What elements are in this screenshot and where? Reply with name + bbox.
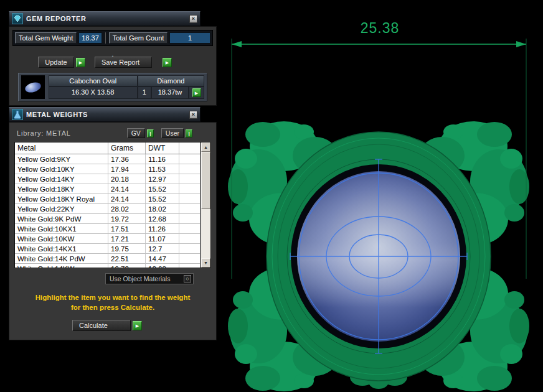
close-icon[interactable]: ×	[189, 15, 197, 23]
cell-metal: Yellow Gold:10KY	[15, 164, 108, 174]
cell-extra	[179, 254, 201, 264]
cell-metal: White Gold:14K PdW	[15, 254, 108, 264]
gem-reporter-actions: Update ▶ Save Report ▶	[38, 57, 216, 68]
cell-grams: 24.14	[108, 194, 146, 204]
cell-metal: White Gold:10KW	[15, 234, 108, 244]
save-report-run-icon[interactable]: ▶	[163, 58, 172, 67]
cell-grams: 19.72	[108, 214, 146, 224]
gem-reporter-icon	[12, 13, 23, 24]
table-row[interactable]: Yellow Gold:22KY28.0218.02	[15, 204, 201, 214]
cell-extra	[179, 224, 201, 234]
cell-metal: White Gold:10KX1	[15, 224, 108, 234]
collapse-handle[interactable]: ▲	[9, 49, 216, 55]
cell-grams: 22.51	[108, 254, 146, 264]
calculate-run-icon[interactable]: ▶	[133, 321, 142, 330]
metal-table-wrap: Metal Grams DWT Yellow Gold:9KY17.3611.1…	[14, 142, 211, 268]
flask-icon	[12, 109, 23, 120]
calculate-button[interactable]: Calculate	[72, 320, 131, 331]
cell-extra	[179, 234, 201, 244]
ring-top-view-model	[224, 19, 543, 392]
hint-line-2: for then press Calculate.	[9, 303, 216, 313]
table-row[interactable]: White Gold:9K PdW19.7212.68	[15, 214, 201, 224]
scroll-down-icon[interactable]: ▼	[201, 258, 210, 268]
cell-metal: Yellow Gold:18KY	[15, 184, 108, 194]
cell-grams: 24.14	[108, 184, 146, 194]
metal-table-header: Metal Grams DWT	[15, 142, 201, 154]
col-extra	[179, 142, 201, 154]
cell-dwt: 11.53	[146, 164, 179, 174]
gem-list-item[interactable]: Cabochon Oval Diamond 16.30 X 13.58 1 18…	[18, 73, 207, 101]
save-report-button[interactable]: Save Report	[95, 57, 152, 68]
cell-dwt: 18.02	[146, 204, 179, 214]
gem-count-value: 1	[138, 86, 152, 99]
library-row: Library: METAL GV | User |	[17, 128, 192, 138]
close-icon[interactable]: ×	[189, 111, 197, 119]
cell-extra	[179, 214, 201, 224]
hint-line-1: Highlight the item you want to find the …	[9, 293, 216, 303]
table-row[interactable]: White Gold:10KW17.2111.07	[15, 234, 201, 244]
gem-reporter-title: GEM REPORTER	[26, 15, 186, 22]
cell-extra	[179, 194, 201, 204]
cell-dwt: 11.16	[146, 154, 179, 164]
metal-weights-titlebar[interactable]: METAL WEIGHTS ×	[9, 107, 201, 122]
cell-dwt: 12.68	[146, 214, 179, 224]
col-metal: Metal	[15, 142, 108, 154]
table-row[interactable]: White Gold:10KX117.5111.26	[15, 224, 201, 234]
cell-grams: 28.02	[108, 204, 146, 214]
gem-oval-image	[24, 80, 42, 94]
cell-dwt: 15.52	[146, 184, 179, 194]
update-button[interactable]: Update	[38, 57, 74, 68]
gv-indicator-icon[interactable]: |	[147, 129, 154, 138]
dropdown-circle-icon: ○	[184, 275, 191, 282]
scrollbar-thumb[interactable]	[201, 152, 210, 209]
divider	[105, 32, 106, 44]
cell-metal: Yellow Gold:22KY	[15, 204, 108, 214]
gem-reporter-titlebar[interactable]: GEM REPORTER ×	[9, 11, 201, 26]
user-indicator-icon[interactable]: |	[186, 129, 192, 138]
scroll-up-icon[interactable]: ▲	[201, 142, 210, 152]
gem-shape-header: Cabochon Oval	[49, 75, 138, 86]
cell-grams: 17.21	[108, 234, 146, 244]
cell-metal: White Gold:14KW	[15, 264, 108, 268]
gem-row-action-cell: ▶	[189, 86, 204, 99]
metal-weights-body: Library: METAL GV | User | Metal Grams D…	[9, 122, 217, 340]
cell-extra	[179, 204, 201, 214]
cell-extra	[179, 174, 201, 184]
table-row[interactable]: Yellow Gold:18KY24.1415.52	[15, 184, 201, 194]
col-dwt: DWT	[146, 142, 179, 154]
table-row[interactable]: Yellow Gold:14KY20.1812.97	[15, 174, 201, 184]
total-gem-count-value[interactable]: 1	[169, 32, 210, 44]
table-row[interactable]: Yellow Gold:10KY17.9411.53	[15, 164, 201, 174]
total-gem-count-label: Total Gem Count	[109, 32, 168, 44]
gem-size-value: 16.30 X 13.58	[49, 86, 138, 99]
cell-dwt: 11.26	[146, 224, 179, 234]
table-scrollbar[interactable]: ▲ ▼	[201, 142, 211, 268]
cell-dwt: 12.97	[146, 174, 179, 184]
calculate-row: Calculate ▶	[72, 320, 216, 331]
gem-reporter-panel: GEM REPORTER × Total Gem Weight 18.37 To…	[9, 11, 217, 106]
table-row[interactable]: Yellow Gold:9KY17.3611.16	[15, 154, 201, 164]
gem-type-header: Diamond	[138, 75, 205, 86]
totals-row: Total Gem Weight 18.37 Total Gem Count 1	[12, 30, 213, 46]
scrollbar-track[interactable]	[201, 152, 210, 258]
gv-library-button[interactable]: GV	[127, 128, 145, 138]
cell-grams: 17.36	[108, 154, 146, 164]
dimension-label: 25.38	[352, 20, 407, 37]
user-library-button[interactable]: User	[161, 128, 184, 138]
cell-extra	[179, 264, 201, 268]
gem-thumbnail	[21, 75, 45, 99]
app-screen: 25.38 GEM REPORTER × Total Gem Weight 18…	[0, 0, 543, 392]
total-gem-weight-value[interactable]: 18.37	[78, 32, 102, 44]
materials-dropdown[interactable]: Use Object Materials ○	[105, 273, 194, 284]
table-row[interactable]: White Gold:14K PdW22.5114.47	[15, 254, 201, 264]
total-gem-weight-label: Total Gem Weight	[15, 32, 77, 44]
col-grams: Grams	[108, 142, 146, 154]
cell-metal: White Gold:9K PdW	[15, 214, 108, 224]
gem-row-run-icon[interactable]: ▶	[192, 88, 201, 97]
table-row[interactable]: Yellow Gold:18KY Royal24.1415.52	[15, 194, 201, 204]
cell-extra	[179, 184, 201, 194]
table-row-clipped[interactable]: White Gold:14KW19.7212.68	[15, 264, 201, 268]
table-row[interactable]: White Gold:14KX119.7512.7	[15, 244, 201, 254]
cell-grams: 19.75	[108, 244, 146, 254]
update-run-icon[interactable]: ▶	[76, 58, 85, 67]
